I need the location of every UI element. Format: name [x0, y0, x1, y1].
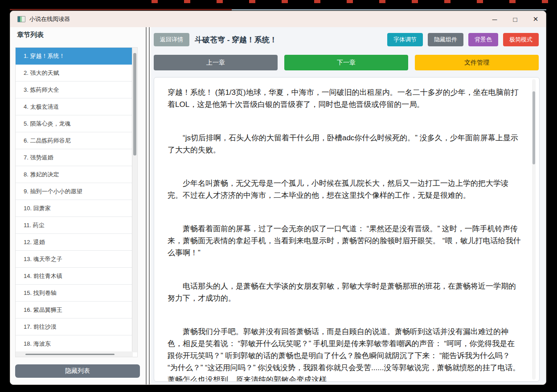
chapter-item[interactable]: 10. 回萧家	[16, 200, 133, 217]
next-chapter-button[interactable]: 下一章	[284, 55, 408, 70]
chapter-sidebar: 章节列表 1. 穿越！系统！ 2. 强大的天赋 3. 炼药师大全 4. 太极玄清…	[10, 27, 143, 384]
chapter-list-horizontal-scrollbar[interactable]	[16, 351, 133, 357]
previous-chapter-button[interactable]: 上一章	[154, 55, 278, 70]
chapter-item[interactable]: 8. 雅妃的决定	[16, 166, 133, 183]
chapter-navigation: 上一章 下一章 文件管理	[154, 55, 539, 70]
paragraph: “js切后排啊，石头人你的大留着干什么用，卧槽adc你什么时候死的。” 没多久，…	[168, 132, 521, 156]
background-color-button[interactable]: 背景色	[468, 33, 498, 46]
chapter-item[interactable]: 13. 魂天帝之子	[16, 251, 133, 268]
app-window: 小说在线阅读器 ─ □ ✕ 章节列表 1. 穿越！系统！ 2. 强大的天赋 3.…	[10, 11, 546, 385]
window-body: 章节列表 1. 穿越！系统！ 2. 强大的天赋 3. 炼药师大全 4. 太极玄清…	[10, 27, 546, 384]
paragraph: 萧畅我们分手吧。郭敏并没有回答萧畅话，而是自顾自的说道。萧畅听到这话并没有漏出难…	[168, 326, 521, 382]
chapter-item[interactable]: 6. 二品炼药师谷尼	[16, 132, 133, 149]
background-artifact	[232, 9, 546, 10]
file-manager-button[interactable]: 文件管理	[415, 55, 539, 70]
chapter-list-vertical-scrollbar[interactable]	[132, 48, 137, 352]
back-to-details-button[interactable]: 返回详情	[154, 33, 189, 46]
background-artifact	[152, 0, 555, 3]
horizontal-scrollbar-thumb[interactable]	[25, 354, 115, 355]
hide-list-button[interactable]: 隐藏列表	[15, 364, 140, 378]
reader-panel[interactable]: 穿越！系统！ (第1/3页)地球，华夏，中海市，一间破旧的出租屋内。一名二十多岁…	[154, 77, 540, 382]
vertical-scrollbar-thumb[interactable]	[133, 53, 136, 155]
reader-scrollbar[interactable]	[532, 79, 536, 380]
sidebar-title: 章节列表	[17, 31, 44, 39]
chapter-item[interactable]: 16. 紫晶翼狮王	[16, 302, 133, 318]
reader-pane: 返回详情 斗破苍穹 - 穿越！系统！ 字体调节 隐藏组件 背景色 极简模式 上一…	[151, 27, 546, 384]
chapter-item[interactable]: 5. 陨落心炎，龙魂	[16, 115, 133, 132]
chapter-item[interactable]: 7. 强势逼婚	[16, 149, 133, 166]
app-icon	[17, 16, 25, 22]
chapter-item[interactable]: 17. 前往沙漠	[16, 318, 133, 335]
chapter-item[interactable]: 18. 海波东	[16, 335, 133, 352]
reader-scrollbar-thumb[interactable]	[532, 91, 535, 164]
hide-components-button[interactable]: 隐藏组件	[428, 33, 463, 46]
close-button[interactable]: ✕	[525, 11, 546, 27]
maximize-button[interactable]: □	[505, 11, 525, 27]
paragraph: 萧畅看着面前的屏幕，过了一会无奈的叹了一口气道： “果然还是没有晋级。” 这时，…	[168, 223, 521, 259]
font-adjust-button[interactable]: 字体调节	[387, 33, 423, 46]
chapter-list: 1. 穿越！系统！ 2. 强大的天赋 3. 炼药师大全 4. 太极玄清道 5. …	[15, 47, 138, 357]
chapter-item[interactable]: 2. 强大的天赋	[16, 65, 133, 82]
minimize-button[interactable]: ─	[484, 11, 505, 27]
paragraph: 穿越！系统！ (第1/3页)地球，华夏，中海市，一间破旧的出租屋内。一名二十多岁…	[168, 86, 521, 110]
reader-header: 返回详情 斗破苍穹 - 穿越！系统！ 字体调节 隐藏组件 背景色 极简模式	[154, 33, 539, 46]
chapter-item[interactable]: 15. 找到卷轴	[16, 285, 133, 302]
window-title: 小说在线阅读器	[29, 15, 70, 23]
minimal-mode-button[interactable]: 极简模式	[503, 33, 539, 46]
chapter-item[interactable]: 12. 退婚	[16, 234, 133, 251]
paragraph: 电话那头的人，是萧畅在大学谈的女朋友郭敏，郭敏大学时是萧畅那班的班花，在萧畅将近…	[168, 280, 521, 304]
chapter-item[interactable]: 3. 炼药师大全	[16, 82, 133, 98]
title-bar: 小说在线阅读器 ─ □ ✕	[10, 11, 546, 27]
chapter-item[interactable]: 14. 前往青木镇	[16, 268, 133, 285]
chapter-item[interactable]: 1. 穿越！系统！	[16, 48, 133, 65]
chapter-title: 斗破苍穹 - 穿越！系统！	[195, 35, 277, 45]
chapter-item[interactable]: 4. 太极玄清道	[16, 98, 133, 115]
chapter-item[interactable]: 9. 抽到一个小小的愿望	[16, 183, 133, 200]
window-controls: ─ □ ✕	[484, 11, 546, 27]
pane-splitter[interactable]	[143, 27, 151, 384]
paragraph: 少年名叫萧畅，无父无母是一个孤儿，小时候在孤儿院长大，然后又一边打工一边上学的把…	[168, 177, 521, 201]
background-artifact	[10, 9, 232, 10]
chapter-item[interactable]: 11. 药尘	[16, 217, 133, 234]
